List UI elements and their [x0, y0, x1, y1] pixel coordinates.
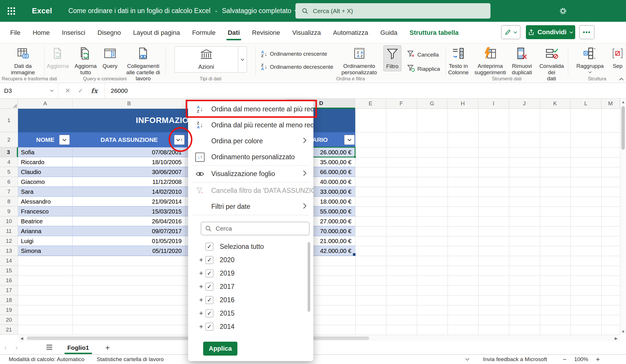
- expand-icon[interactable]: +: [197, 323, 205, 331]
- draw-mode-button[interactable]: [501, 25, 520, 39]
- sheet-tab-foglio1[interactable]: Foglio1: [66, 343, 90, 353]
- row-header-18[interactable]: 18: [0, 295, 18, 305]
- workbook-stats-status[interactable]: Statistiche cartella di lavoro: [97, 356, 164, 363]
- table-cell-date[interactable]: 05/11/2020: [73, 246, 186, 256]
- column-header-A[interactable]: A: [18, 99, 73, 109]
- table-cell-date[interactable]: 21/09/2014: [73, 197, 186, 207]
- menu-item-2[interactable]: Ordina per colore: [188, 133, 313, 149]
- ungroup-button[interactable]: Sep: [609, 45, 626, 71]
- table-cell-name[interactable]: Giacomo: [18, 177, 73, 187]
- column-header-M[interactable]: M: [601, 99, 620, 109]
- expand-icon[interactable]: +: [197, 282, 205, 291]
- zoom-level[interactable]: 100%: [574, 356, 588, 363]
- row-header-20[interactable]: 20: [0, 315, 18, 325]
- vertical-scrollbar[interactable]: ▲ ▼: [620, 99, 626, 335]
- table-cell-name[interactable]: Francesco: [18, 207, 73, 216]
- filter-search-input[interactable]: Cerca: [201, 222, 309, 235]
- row-header-19[interactable]: 19: [0, 305, 18, 315]
- ribbon-tab-file[interactable]: File: [4, 25, 26, 41]
- menu-item-8[interactable]: Filtri per date: [188, 199, 313, 215]
- ribbon-tab-dati[interactable]: Dati: [222, 25, 246, 41]
- refresh-all-button[interactable]: Aggiorna tutto: [72, 45, 99, 77]
- column-header-G[interactable]: G: [417, 99, 448, 109]
- remove-duplicates-button[interactable]: Rimuovi duplicati: [510, 45, 535, 77]
- ribbon-tab-layout-di-pagina[interactable]: Layout di pagina: [127, 25, 186, 41]
- row-header-7[interactable]: 7: [0, 187, 18, 197]
- group-button[interactable]: Raggruppa: [574, 45, 606, 75]
- name-box[interactable]: D3: [0, 83, 58, 98]
- scroll-left-icon[interactable]: ◀: [19, 336, 24, 341]
- select-all-corner[interactable]: [0, 99, 18, 109]
- row-header-2[interactable]: 2: [0, 132, 18, 147]
- share-button[interactable]: Condividi: [526, 25, 575, 39]
- filter-dropdown-data-assunzione-icon[interactable]: ↑: [174, 135, 185, 145]
- table-cell-name[interactable]: Sofia: [18, 147, 73, 157]
- app-launcher-waffle-icon[interactable]: [5, 4, 18, 18]
- sort-ascending-button[interactable]: AZ↓ Ordinamento crescente: [259, 49, 335, 59]
- table-cell-date[interactable]: 18/10/2005: [73, 157, 186, 167]
- filter-dropdown-nome-icon[interactable]: [59, 135, 70, 145]
- ribbon-tab-revisione[interactable]: Revisione: [246, 25, 286, 41]
- document-title[interactable]: Come ordinare i dati in un foglio di cal…: [68, 7, 298, 15]
- row-header-5[interactable]: 5: [0, 167, 18, 177]
- filter-list-scroll-thumb[interactable]: [308, 242, 310, 312]
- ribbon-tab-automatizza[interactable]: Automatizza: [327, 25, 374, 41]
- table-header-data-assunzione[interactable]: DATA ASSUNZIONE: [73, 132, 186, 147]
- row-header-3[interactable]: 3: [0, 147, 18, 157]
- gallery-dropdown-icon[interactable]: [238, 47, 247, 72]
- filter-year-2016[interactable]: +✓2016: [188, 293, 313, 307]
- table-cell-name[interactable]: Arianna: [18, 226, 73, 236]
- zoom-in-button[interactable]: +: [596, 355, 600, 363]
- prev-sheet-icon[interactable]: ‹: [0, 344, 11, 352]
- column-header-L[interactable]: L: [571, 99, 601, 109]
- ribbon-tab-struttura-tabella[interactable]: Struttura tabella: [403, 25, 465, 41]
- sheet-list-icon[interactable]: [46, 344, 53, 351]
- more-ribbon-options-button[interactable]: •••: [579, 25, 594, 39]
- expand-icon[interactable]: +: [197, 296, 205, 304]
- filter-year-2014[interactable]: +✓2014: [188, 320, 313, 333]
- menu-item-0[interactable]: AZ↓Ordina dal meno recente al più recen: [188, 101, 313, 117]
- checkbox-checked[interactable]: ✓: [205, 283, 213, 291]
- filter-dropdown-salario-icon[interactable]: [344, 135, 355, 145]
- menu-item-5[interactable]: Visualizzazione foglio: [188, 166, 313, 182]
- expand-icon[interactable]: +: [197, 256, 205, 264]
- column-header-K[interactable]: K: [540, 99, 571, 109]
- data-from-image-button[interactable]: Dati da immagine: [9, 45, 37, 77]
- table-cell-name[interactable]: Luigi: [18, 236, 73, 246]
- filter-year-2015[interactable]: +✓2015: [188, 307, 313, 320]
- settings-gear-icon[interactable]: [555, 4, 571, 18]
- ribbon-tab-guida[interactable]: Guida: [374, 25, 404, 41]
- vertical-scroll-thumb[interactable]: [621, 106, 625, 150]
- next-sheet-icon[interactable]: ›: [11, 344, 22, 352]
- checkbox-checked[interactable]: ✓: [205, 269, 213, 277]
- row-header-10[interactable]: 10: [0, 216, 18, 226]
- insert-function-icon[interactable]: fx: [91, 87, 98, 95]
- table-cell-date[interactable]: 15/03/2015: [73, 207, 186, 216]
- filter-year-2020[interactable]: +✓2020: [188, 253, 313, 267]
- confirm-entry-icon[interactable]: ✓: [78, 87, 83, 95]
- expand-icon[interactable]: +: [197, 269, 205, 277]
- row-header-8[interactable]: 8: [0, 197, 18, 207]
- table-cell-name[interactable]: Simona: [18, 246, 73, 256]
- menu-item-1[interactable]: ZA↓Ordina dal più recente al meno recen: [188, 117, 313, 133]
- row-header-17[interactable]: 17: [0, 285, 18, 295]
- row-header-21[interactable]: 21: [0, 325, 18, 335]
- row-header-9[interactable]: 9: [0, 207, 18, 216]
- checkbox-checked[interactable]: ✓: [205, 256, 213, 264]
- table-cell-date[interactable]: 26/04/2016: [73, 216, 186, 226]
- table-cell-name[interactable]: Riccardo: [18, 157, 73, 167]
- table-cell-name[interactable]: Sara: [18, 187, 73, 197]
- filter-button[interactable]: Filtro: [383, 45, 401, 71]
- horizontal-scrollbar[interactable]: ◀ ▶: [18, 335, 620, 341]
- custom-sort-button[interactable]: ZAAZ Ordinamento personalizzato: [339, 45, 379, 77]
- scroll-up-icon[interactable]: ▲: [620, 99, 626, 104]
- table-cell-date[interactable]: 30/06/2007: [73, 167, 186, 177]
- data-types-gallery[interactable]: Azioni: [174, 46, 247, 73]
- filter-year-2019[interactable]: +✓2019: [188, 267, 313, 280]
- apply-filter-button[interactable]: Applica: [203, 342, 237, 356]
- row-header-15[interactable]: 15: [0, 266, 18, 276]
- zoom-out-button[interactable]: −: [563, 356, 567, 363]
- checkbox-checked[interactable]: ✓: [205, 243, 213, 251]
- sort-descending-button[interactable]: ZA↓ Ordinamento decrescente: [259, 62, 335, 72]
- reapply-filter-button[interactable]: Riapplica: [405, 64, 442, 74]
